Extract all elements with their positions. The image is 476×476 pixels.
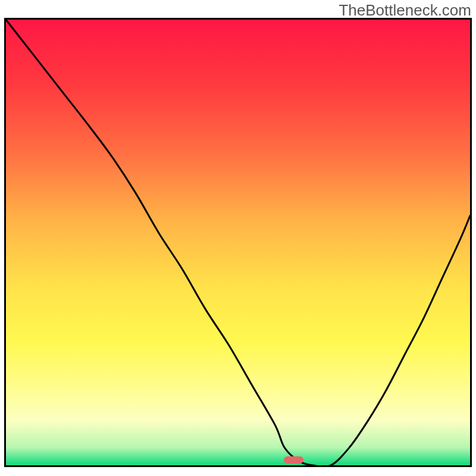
curve-path (6, 20, 470, 465)
bottleneck-curve (6, 20, 470, 465)
chart-frame: TheBottleneck.com (0, 0, 476, 476)
watermark-text: TheBottleneck.com (339, 1, 471, 20)
optimal-marker (284, 456, 303, 464)
plot-area (4, 18, 472, 467)
